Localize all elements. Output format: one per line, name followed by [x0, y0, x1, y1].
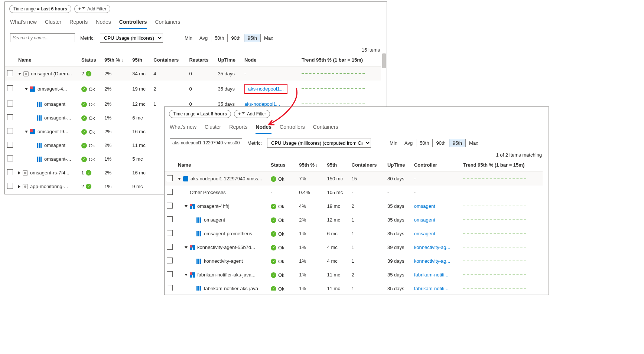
check-icon: ✓	[81, 115, 87, 121]
controller-link[interactable]: fabrikam-notifi...	[414, 286, 448, 291]
seg-50th[interactable]: 50th	[211, 34, 228, 42]
table-row[interactable]: konnectivity-agent ✓ Ok 1% 4 mc 1 39 day…	[165, 254, 543, 268]
table-row[interactable]: omsagent (Daem... 2 ✓ 2% 34 mc 4 0 35 da…	[5, 67, 381, 81]
tab-containers[interactable]: Containers	[155, 17, 180, 29]
search-input[interactable]	[10, 33, 75, 42]
seg-95th[interactable]: 95th	[244, 34, 261, 42]
col-p95pct[interactable]: 95th %↓	[102, 53, 130, 67]
col-p95[interactable]: 95th	[130, 53, 151, 67]
row-name: app-monitoring-...	[30, 184, 68, 189]
col-trend[interactable]: Trend 95th % (1 bar = 15m)	[299, 53, 381, 67]
tab-reports[interactable]: Reports	[229, 122, 247, 134]
row-checkbox[interactable]	[167, 258, 173, 263]
col-restarts[interactable]: Restarts	[187, 53, 215, 67]
col-status[interactable]: Status	[79, 53, 102, 67]
col-uptime[interactable]: UpTime	[385, 158, 412, 172]
row-checkbox[interactable]	[167, 271, 173, 277]
row-checkbox[interactable]	[7, 101, 13, 106]
tab-nodes[interactable]: Nodes	[256, 122, 271, 134]
row-checkbox[interactable]	[167, 175, 173, 181]
caret-right-icon[interactable]	[18, 171, 20, 174]
seg-90th[interactable]: 90th	[228, 34, 244, 42]
caret-down-icon[interactable]	[178, 178, 181, 180]
seg-max[interactable]: Max	[261, 34, 277, 42]
scrollbar-thumb[interactable]	[382, 53, 386, 68]
col-uptime[interactable]: UpTime	[215, 53, 242, 67]
caret-down-icon[interactable]	[185, 205, 188, 207]
controller-link[interactable]: omsagent	[414, 217, 435, 223]
tab-nodes[interactable]: Nodes	[96, 17, 111, 29]
table-row[interactable]: Other Processes - 0.4% 105 mc - - -	[165, 186, 543, 199]
time-range-pill[interactable]: Time range = Last 6 hours	[9, 5, 71, 13]
table-row[interactable]: omsagent-4... ✓ Ok 2% 19 mc 2 0 35 days …	[5, 81, 381, 97]
col-name[interactable]: Name	[176, 158, 269, 172]
table-row[interactable]: fabrikam-notifier-aks-java... ✓ Ok 1% 11…	[165, 268, 543, 282]
col-trend[interactable]: Trend 95th % (1 bar = 15m)	[461, 158, 543, 172]
row-checkbox[interactable]	[7, 142, 13, 148]
controller-link[interactable]: omsagent	[414, 203, 435, 209]
col-node[interactable]: Node	[242, 53, 299, 67]
row-checkbox[interactable]	[167, 216, 173, 222]
row-checkbox[interactable]	[167, 230, 173, 236]
col-containers[interactable]: Containers	[349, 158, 386, 172]
tab-whats-new[interactable]: What's new	[10, 17, 37, 29]
seg-50th[interactable]: 50th	[416, 139, 433, 147]
table-row[interactable]: aks-nodepool1-12297940-vmss... ✓ Ok 7% 1…	[165, 172, 543, 186]
row-checkbox[interactable]	[167, 189, 173, 195]
row-checkbox[interactable]	[167, 285, 173, 291]
row-checkbox[interactable]	[7, 85, 13, 91]
col-p95[interactable]: 95th	[325, 158, 349, 172]
seg-min[interactable]: Min	[386, 139, 401, 147]
table-row[interactable]: omsagent-prometheus ✓ Ok 1% 6 mc 1 35 da…	[165, 227, 543, 240]
tab-controllers[interactable]: Controllers	[280, 122, 305, 134]
tab-containers[interactable]: Containers	[313, 122, 338, 134]
caret-down-icon[interactable]	[185, 274, 188, 276]
controller-link[interactable]: konnectivity-ag...	[414, 245, 451, 250]
row-checkbox[interactable]	[7, 169, 13, 175]
tab-cluster[interactable]: Cluster	[205, 122, 221, 134]
controller-link[interactable]: omsagent	[414, 231, 435, 236]
seg-90th[interactable]: 90th	[433, 139, 449, 147]
col-containers[interactable]: Containers	[151, 53, 187, 67]
node-link[interactable]: aks-nodepool1...	[244, 101, 280, 107]
table-row[interactable]: fabrikam-notifier-aks-java ✓ Ok 1% 11 mc…	[165, 282, 543, 291]
controller-link[interactable]: konnectivity-ag...	[414, 258, 451, 264]
tab-controllers[interactable]: Controllers	[119, 17, 147, 29]
seg-max[interactable]: Max	[466, 139, 482, 147]
seg-avg[interactable]: Avg	[401, 139, 416, 147]
time-range-pill[interactable]: Time range = Last 6 hours	[169, 110, 231, 118]
grid-scroll[interactable]: Name Status 95th %↓ 95th Containers UpTi…	[165, 158, 549, 291]
add-filter-pill[interactable]: + Add Filter	[234, 110, 270, 118]
col-p95pct[interactable]: 95th %↓	[297, 158, 325, 172]
caret-right-icon[interactable]	[18, 185, 20, 188]
row-checkbox[interactable]	[7, 128, 13, 134]
tab-reports[interactable]: Reports	[69, 17, 88, 29]
table-row[interactable]: omsagent ✓ Ok 2% 12 mc 1 35 days omsagen…	[165, 213, 543, 227]
seg-min[interactable]: Min	[181, 34, 196, 42]
search-input[interactable]	[170, 138, 242, 147]
col-controller[interactable]: Controller	[412, 158, 461, 172]
caret-down-icon[interactable]	[25, 88, 28, 90]
seg-95th[interactable]: 95th	[449, 139, 466, 147]
table-row[interactable]: konnectivity-agent-55b7d... ✓ Ok 1% 4 mc…	[165, 240, 543, 254]
row-checkbox[interactable]	[167, 244, 173, 250]
node-link[interactable]: aks-nodepool1...	[244, 84, 287, 94]
table-row[interactable]: omsagent-4hfrj ✓ Ok 4% 19 mc 2 35 days o…	[165, 199, 543, 213]
metric-select[interactable]: CPU Usage (millicores)	[100, 33, 163, 43]
caret-down-icon[interactable]	[185, 246, 188, 249]
tab-cluster[interactable]: Cluster	[45, 17, 61, 29]
row-checkbox[interactable]	[7, 114, 13, 120]
tab-whats-new[interactable]: What's new	[170, 122, 196, 134]
metric-select[interactable]: CPU Usage (millicores) (computed from Ca…	[267, 138, 371, 148]
controller-link[interactable]: fabrikam-notifi...	[414, 272, 448, 278]
row-checkbox[interactable]	[7, 183, 13, 189]
row-checkbox[interactable]	[7, 70, 13, 76]
row-checkbox[interactable]	[167, 203, 173, 209]
seg-avg[interactable]: Avg	[196, 34, 211, 42]
row-checkbox[interactable]	[7, 155, 13, 161]
col-name[interactable]: Name	[16, 53, 79, 67]
caret-down-icon[interactable]	[18, 73, 21, 75]
col-status[interactable]: Status	[269, 158, 297, 172]
caret-down-icon[interactable]	[25, 131, 28, 133]
add-filter-pill[interactable]: + Add Filter	[74, 5, 110, 13]
